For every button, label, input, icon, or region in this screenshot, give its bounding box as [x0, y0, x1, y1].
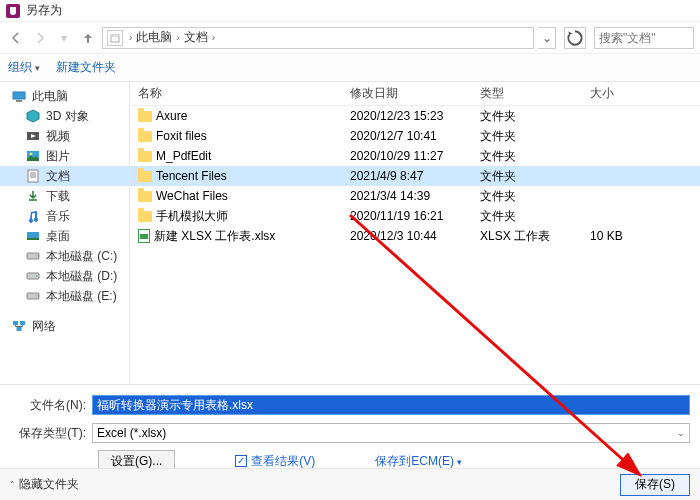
sidebar-item-disk[interactable]: 本地磁盘 (E:)	[0, 286, 129, 306]
filetype-label: 保存类型(T):	[10, 425, 92, 442]
organize-menu[interactable]: 组织	[8, 59, 40, 76]
file-row[interactable]: Foxit files2020/12/7 10:41文件夹	[130, 126, 700, 146]
xlsx-icon	[138, 229, 150, 243]
search-input[interactable]	[594, 27, 694, 49]
chevron-right-icon: ›	[129, 32, 132, 43]
save-button[interactable]: 保存(S)	[620, 474, 690, 496]
sidebar-item-dl[interactable]: 下载	[0, 186, 129, 206]
view-result-checkbox[interactable]: ✓ 查看结果(V)	[235, 453, 315, 470]
sidebar-item-label: 此电脑	[32, 88, 68, 105]
file-name: 手机模拟大师	[156, 208, 228, 225]
svg-rect-13	[27, 238, 39, 240]
file-date: 2021/4/9 8:47	[350, 169, 480, 183]
sidebar-item-music[interactable]: 音乐	[0, 206, 129, 226]
file-type: 文件夹	[480, 148, 590, 165]
file-date: 2020/12/23 15:23	[350, 109, 480, 123]
chevron-right-icon: ›	[176, 32, 179, 43]
col-type[interactable]: 类型	[480, 85, 590, 102]
column-headers[interactable]: 名称 修改日期 类型 大小	[130, 82, 700, 106]
file-row[interactable]: 新建 XLSX 工作表.xlsx2020/12/3 10:44XLSX 工作表1…	[130, 226, 700, 246]
col-size[interactable]: 大小	[590, 85, 670, 102]
save-form: 文件名(N): 保存类型(T): Excel (*.xlsx) ⌄ 设置(G).…	[0, 384, 700, 477]
file-row[interactable]: Axure2020/12/23 15:23文件夹	[130, 106, 700, 126]
col-date[interactable]: 修改日期	[350, 85, 480, 102]
view-result-label: 查看结果(V)	[251, 453, 315, 470]
file-name: Axure	[156, 109, 187, 123]
save-to-ecm-menu[interactable]: 保存到ECM(E) ▾	[375, 453, 462, 470]
file-type: 文件夹	[480, 168, 590, 185]
filetype-value: Excel (*.xlsx)	[97, 426, 166, 440]
title-bar: 另存为	[0, 0, 700, 22]
crumb-folder[interactable]: 文档	[182, 29, 210, 46]
up-button[interactable]	[78, 28, 98, 48]
file-row[interactable]: Tencent Files2021/4/9 8:47文件夹	[130, 166, 700, 186]
file-date: 2020/11/19 16:21	[350, 209, 480, 223]
col-name[interactable]: 名称	[130, 85, 350, 102]
filename-input[interactable]	[92, 395, 690, 415]
sidebar-item-label: 下载	[46, 188, 70, 205]
filetype-select[interactable]: Excel (*.xlsx) ⌄	[92, 423, 690, 443]
sidebar-item-pic[interactable]: 图片	[0, 146, 129, 166]
svg-rect-21	[20, 321, 25, 325]
recent-dropdown[interactable]: ▾	[54, 28, 74, 48]
disk-icon	[26, 249, 40, 263]
svg-rect-1	[111, 35, 119, 37]
file-name: 新建 XLSX 工作表.xlsx	[154, 228, 275, 245]
sidebar-item-network[interactable]: 网络	[0, 316, 129, 336]
sidebar-item-label: 文档	[46, 168, 70, 185]
back-button[interactable]	[6, 28, 26, 48]
svg-point-17	[36, 275, 38, 277]
sidebar-item-doc[interactable]: 文档	[0, 166, 129, 186]
sidebar-item-pc[interactable]: 此电脑	[0, 86, 129, 106]
svg-point-15	[36, 255, 38, 257]
sidebar-item-label: 图片	[46, 148, 70, 165]
file-date: 2021/3/4 14:39	[350, 189, 480, 203]
file-type: 文件夹	[480, 108, 590, 125]
file-date: 2020/12/7 10:41	[350, 129, 480, 143]
sidebar[interactable]: 此电脑3D 对象视频图片文档下载音乐桌面本地磁盘 (C:)本地磁盘 (D:)本地…	[0, 82, 130, 384]
file-name: Tencent Files	[156, 169, 227, 183]
forward-button[interactable]	[30, 28, 50, 48]
svg-rect-7	[28, 170, 38, 182]
file-row[interactable]: WeChat Files2021/3/4 14:39文件夹	[130, 186, 700, 206]
new-folder-button[interactable]: 新建文件夹	[56, 59, 116, 76]
chevron-down-icon: ⌄	[677, 428, 685, 438]
video-icon	[26, 129, 40, 143]
sidebar-item-label: 视频	[46, 128, 70, 145]
sidebar-item-label: 本地磁盘 (D:)	[46, 268, 117, 285]
file-type: 文件夹	[480, 208, 590, 225]
network-icon	[12, 319, 26, 333]
folder-icon	[138, 211, 152, 222]
sidebar-item-3d[interactable]: 3D 对象	[0, 106, 129, 126]
hide-folders-toggle[interactable]: ˄ 隐藏文件夹	[10, 476, 79, 493]
folder-icon	[138, 191, 152, 202]
file-row[interactable]: M_PdfEdit2020/10/29 11:27文件夹	[130, 146, 700, 166]
sidebar-item-video[interactable]: 视频	[0, 126, 129, 146]
file-type: 文件夹	[480, 128, 590, 145]
pc-icon	[12, 89, 26, 103]
breadcrumb[interactable]: › 此电脑 › 文档 ›	[102, 27, 534, 49]
file-row[interactable]: 手机模拟大师2020/11/19 16:21文件夹	[130, 206, 700, 226]
file-size: 10 KB	[590, 229, 670, 243]
sidebar-item-label: 本地磁盘 (E:)	[46, 288, 117, 305]
path-dropdown[interactable]: ⌄	[538, 27, 556, 49]
file-date: 2020/12/3 10:44	[350, 229, 480, 243]
sidebar-item-disk[interactable]: 本地磁盘 (D:)	[0, 266, 129, 286]
checkmark-icon: ✓	[235, 455, 247, 467]
svg-rect-3	[16, 100, 22, 102]
file-name: WeChat Files	[156, 189, 228, 203]
sidebar-item-desk[interactable]: 桌面	[0, 226, 129, 246]
folder-icon	[138, 151, 152, 162]
sidebar-item-disk[interactable]: 本地磁盘 (C:)	[0, 246, 129, 266]
toolbar: 组织 新建文件夹	[0, 54, 700, 82]
refresh-button[interactable]	[564, 27, 586, 49]
file-name: M_PdfEdit	[156, 149, 211, 163]
dl-icon	[26, 189, 40, 203]
file-date: 2020/10/29 11:27	[350, 149, 480, 163]
svg-point-19	[36, 295, 38, 297]
file-list[interactable]: Axure2020/12/23 15:23文件夹Foxit files2020/…	[130, 106, 700, 384]
music-icon	[26, 209, 40, 223]
nav-bar: ▾ › 此电脑 › 文档 › ⌄	[0, 22, 700, 54]
sidebar-item-label: 音乐	[46, 208, 70, 225]
crumb-root[interactable]: 此电脑	[134, 29, 174, 46]
